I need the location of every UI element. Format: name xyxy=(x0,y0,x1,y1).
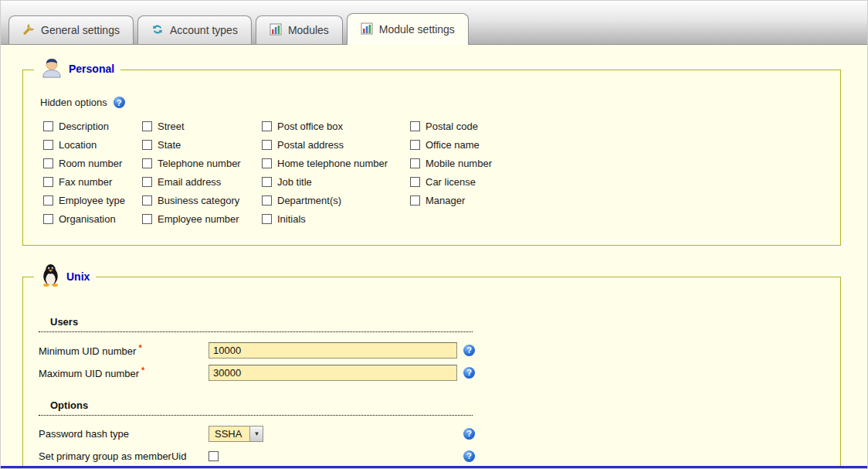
checkbox[interactable] xyxy=(262,158,272,168)
settings-content: Personal Hidden options DescriptionStree… xyxy=(1,45,867,469)
checkbox-label: Manager xyxy=(426,195,465,206)
hidden-option-email-address: Email address xyxy=(142,176,262,188)
checkbox-label: Job title xyxy=(277,176,312,188)
tux-penguin-icon xyxy=(40,263,61,290)
checkbox[interactable] xyxy=(262,177,272,187)
max-uid-label: Maximum UID number* xyxy=(39,365,209,379)
person-icon xyxy=(40,56,63,82)
member-uid-checkbox[interactable] xyxy=(209,451,219,461)
bar-chart-icon xyxy=(361,22,373,37)
checkbox[interactable] xyxy=(43,140,53,150)
checkbox-label: Office name xyxy=(426,139,480,151)
checkbox-label: Department(s) xyxy=(277,195,341,206)
password-hash-label: Password hash type xyxy=(39,428,209,440)
checkbox-label: Location xyxy=(59,139,97,151)
checkbox[interactable] xyxy=(142,214,152,224)
help-question-icon[interactable] xyxy=(114,97,125,108)
required-marker: * xyxy=(141,365,144,375)
checkbox[interactable] xyxy=(410,140,420,150)
checkbox-label: State xyxy=(158,139,181,151)
hidden-option-postal-address: Postal address xyxy=(262,139,410,151)
sync-arrows-icon xyxy=(151,23,164,38)
hidden-option-department-s-: Department(s) xyxy=(262,195,410,206)
checkbox-label: Post office box xyxy=(277,121,343,132)
hidden-option-employee-type: Employee type xyxy=(43,195,142,206)
checkbox[interactable] xyxy=(43,158,53,168)
checkbox[interactable] xyxy=(142,158,152,168)
hidden-option-fax-number: Fax number xyxy=(43,176,142,188)
hidden-option-mobile-number: Mobile number xyxy=(410,158,580,169)
tab-module-settings[interactable]: Module settings xyxy=(347,13,469,45)
hidden-option-telephone-number: Telephone number xyxy=(142,158,262,169)
checkbox[interactable] xyxy=(410,121,420,131)
checkbox[interactable] xyxy=(262,140,272,150)
hidden-option-location: Location xyxy=(43,139,142,151)
hidden-option-job-title: Job title xyxy=(262,176,410,188)
password-hash-row: Password hash type SSHA ▼ xyxy=(39,425,825,442)
help-question-icon[interactable] xyxy=(463,345,475,356)
checkbox-label: Description xyxy=(59,121,109,132)
tab-label: Account types xyxy=(170,24,238,36)
tab-account-types[interactable]: Account types xyxy=(137,15,252,44)
hidden-options-header: Hidden options xyxy=(40,97,825,108)
checkbox[interactable] xyxy=(142,121,152,131)
personal-fieldset: Personal Hidden options DescriptionStree… xyxy=(22,70,841,246)
help-question-icon[interactable] xyxy=(463,428,475,440)
member-uid-label: Set primary group as memberUid xyxy=(39,450,209,462)
checkbox[interactable] xyxy=(43,195,53,206)
checkbox[interactable] xyxy=(43,177,53,187)
hidden-option-home-telephone-number: Home telephone number xyxy=(262,158,410,169)
unix-legend: Unix xyxy=(34,263,96,290)
min-uid-label: Minimum UID number* xyxy=(39,343,209,357)
checkbox[interactable] xyxy=(410,195,420,206)
checkbox-label: Postal code xyxy=(426,121,478,132)
checkbox[interactable] xyxy=(410,177,420,187)
max-uid-row: Maximum UID number* xyxy=(39,364,825,381)
personal-legend: Personal xyxy=(34,56,120,82)
checkbox[interactable] xyxy=(262,195,272,206)
checkbox[interactable] xyxy=(142,140,152,150)
hidden-option-car-license: Car license xyxy=(410,176,580,188)
checkbox-label: Employee type xyxy=(59,195,125,206)
max-uid-input[interactable] xyxy=(209,365,457,381)
hidden-option-post-office-box: Post office box xyxy=(262,121,410,132)
checkbox-label: Employee number xyxy=(158,213,239,225)
personal-legend-label: Personal xyxy=(69,63,114,75)
unix-fieldset: Unix Users Minimum UID number* Maximum U… xyxy=(22,277,841,469)
checkbox-label: Room number xyxy=(59,158,122,169)
bar-chart-icon xyxy=(270,23,282,38)
wrench-icon xyxy=(22,23,35,38)
checkbox[interactable] xyxy=(410,158,420,168)
tab-general-settings[interactable]: General settings xyxy=(8,15,134,44)
help-question-icon[interactable] xyxy=(463,367,475,379)
checkbox[interactable] xyxy=(262,214,272,224)
empty-cell xyxy=(410,213,580,225)
hidden-option-description: Description xyxy=(43,121,142,132)
help-question-icon[interactable] xyxy=(463,450,475,462)
checkbox-label: Telephone number xyxy=(158,158,241,169)
hidden-option-street: Street xyxy=(142,121,262,132)
tab-modules[interactable]: Modules xyxy=(256,15,343,44)
hidden-option-organisation: Organisation xyxy=(43,213,142,225)
checkbox[interactable] xyxy=(43,214,53,224)
unix-legend-label: Unix xyxy=(66,270,90,283)
checkbox[interactable] xyxy=(142,195,152,206)
required-marker: * xyxy=(138,343,141,352)
hidden-option-manager: Manager xyxy=(410,195,580,206)
checkbox-label: Street xyxy=(158,121,185,132)
tab-label: Modules xyxy=(288,24,329,36)
checkbox[interactable] xyxy=(43,121,53,131)
checkbox-label: Email address xyxy=(158,176,221,188)
tab-bar: General settings Account types Modul xyxy=(1,1,867,45)
checkbox[interactable] xyxy=(262,121,272,131)
member-uid-row: Set primary group as memberUid xyxy=(39,447,825,464)
users-section-header: Users xyxy=(39,316,473,332)
hidden-options-label: Hidden options xyxy=(40,97,107,108)
hidden-option-room-number: Room number xyxy=(43,158,142,169)
checkbox-label: Organisation xyxy=(59,213,116,225)
password-hash-select[interactable]: SSHA ▼ xyxy=(209,426,263,442)
checkbox-label: Fax number xyxy=(59,176,112,188)
checkbox[interactable] xyxy=(142,177,152,187)
min-uid-input[interactable] xyxy=(209,342,457,359)
hidden-option-office-name: Office name xyxy=(410,139,580,151)
